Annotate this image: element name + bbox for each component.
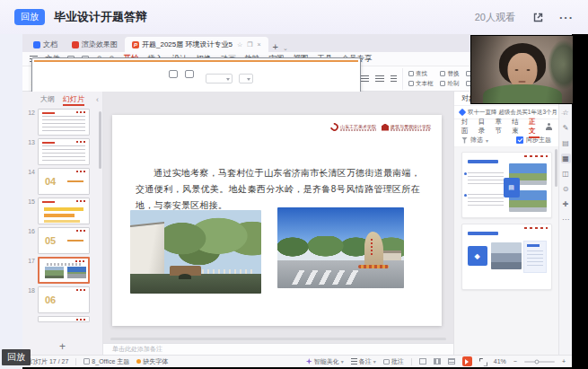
theme-indicator[interactable]: 8_Office 主题	[83, 357, 129, 366]
template-card-2[interactable]: ◆	[461, 224, 552, 290]
tab-home[interactable]: 文档	[26, 37, 65, 52]
align-right-icon[interactable]	[375, 75, 384, 82]
slide-thumb-12[interactable]: 12	[25, 109, 102, 136]
tab-ending[interactable]: 结束	[512, 118, 522, 136]
font-family-select[interactable]	[206, 74, 233, 83]
stone-bridge	[170, 266, 201, 275]
filter-caret-icon: ▾	[486, 137, 488, 144]
edit-icon[interactable]: ✎	[561, 123, 571, 133]
slide-thumb-18[interactable]: 18 06	[25, 286, 102, 313]
checkbox-checked-icon	[516, 136, 523, 144]
canal-water	[130, 274, 261, 294]
textbox-icon	[408, 81, 414, 86]
align-center-icon[interactable]	[361, 75, 369, 82]
replace-button[interactable]: 替换	[440, 70, 459, 78]
zoom-slider-knob[interactable]	[534, 359, 539, 364]
tab-chapter[interactable]: 章节	[496, 118, 506, 136]
templates-panel-icon[interactable]: ▦	[561, 154, 571, 163]
new-tab-button[interactable]: +	[268, 41, 283, 52]
slide-counter: 幻灯片 17 / 27	[29, 357, 68, 366]
share-icon[interactable]	[531, 11, 545, 24]
layout-icon	[169, 70, 178, 78]
replay-badge: 回放	[14, 9, 45, 25]
find-button[interactable]: 查找	[408, 70, 434, 78]
slide-thumb-17-selected[interactable]: 17	[25, 257, 102, 284]
template-list: ▤ ◆	[454, 147, 558, 355]
status-bar: 幻灯片 17 / 27 8_Office 主题 缺失字体 智能美化▾ 备注▾ 批…	[22, 355, 572, 367]
slideshow-play-button[interactable]	[462, 356, 472, 366]
tab-toc[interactable]: 目录	[478, 118, 489, 136]
line-spacing-icon[interactable]	[391, 75, 397, 82]
tab-star-icon[interactable]: ☆	[237, 41, 242, 48]
help-icon[interactable]: ⊙	[561, 184, 571, 194]
zoom-in-button[interactable]: +	[562, 358, 566, 365]
filter-button[interactable]: 筛选	[470, 136, 483, 145]
slide-thumb-16[interactable]: 16 05	[25, 227, 102, 254]
panel-scrollbar[interactable]	[555, 149, 557, 187]
slide-thumb-14[interactable]: 14 04	[25, 168, 102, 195]
tab-cover[interactable]: 封面	[461, 118, 472, 136]
presenter-webcam	[471, 36, 573, 103]
draw-button[interactable]: 绘制	[440, 80, 459, 88]
comments-button[interactable]: 批注	[383, 357, 404, 366]
thumbnail-scrollbar[interactable]	[99, 111, 101, 169]
pdf-file-icon	[72, 41, 79, 48]
tab-render-doc[interactable]: 渲染效果图	[65, 37, 125, 52]
font-size-select[interactable]	[239, 74, 253, 83]
thumbnail-panel-header: 大纲 幻灯片 ‹	[22, 92, 102, 107]
filter-icon	[461, 137, 468, 144]
find-icon	[408, 71, 414, 76]
fullscreen-icon[interactable]	[479, 358, 487, 365]
add-slide-button[interactable]: +	[22, 338, 102, 355]
tab-body-text[interactable]: 正文	[529, 118, 540, 136]
template-icon-tile: ◆	[468, 246, 487, 266]
outline-tab[interactable]: 大纲	[40, 94, 55, 104]
slide-paragraph[interactable]: 通过实地考察，马套村位于山东省济南市长清区万德街道最南端，交通便利，风景优美。地…	[136, 165, 420, 214]
theme-icon	[83, 358, 90, 365]
tab-float-icon[interactable]: ❐	[247, 41, 252, 48]
notes-button[interactable]: 备注▾	[351, 357, 376, 366]
add-panel-icon[interactable]: ✚	[561, 199, 571, 209]
comment-icon	[383, 359, 390, 365]
slide-thumb-13[interactable]: 13	[25, 138, 102, 165]
horizontal-scrollbar[interactable]	[110, 338, 446, 340]
university-logo: 山东工艺美术学院	[330, 123, 376, 131]
more-options-icon[interactable]: ···	[559, 11, 574, 24]
slides-tab[interactable]: 幻灯片	[63, 94, 84, 104]
street-photo[interactable]	[277, 207, 404, 288]
current-slide[interactable]: 山东工艺美术学院 建筑与景观设计学院 通过实地考察，马套村位于山东省济南市长清区…	[112, 115, 442, 326]
collapse-panel-icon[interactable]: ‹	[96, 95, 99, 104]
notes-panel-icon[interactable]: ▤	[561, 138, 571, 148]
viewer-count: 20人观看	[475, 11, 515, 24]
textbox-button[interactable]: 文本框	[408, 80, 434, 88]
video-player[interactable]: 文档 渲染效果图 P 开题_2025届 环境设计专业5 ☆ ❐ × + ⌄	[22, 34, 588, 369]
canal-photo[interactable]	[130, 210, 261, 294]
missing-font-warning[interactable]: 缺失字体	[136, 357, 168, 366]
draw-icon	[440, 81, 445, 86]
white-wall	[130, 222, 164, 277]
reading-view-icon[interactable]	[448, 358, 455, 365]
tab-active-presentation[interactable]: P 开题_2025届 环境设计专业5 ☆ ❐ ×	[125, 37, 268, 52]
new-slide-button[interactable]: 新建幻灯片	[132, 75, 162, 83]
normal-view-icon[interactable]	[419, 358, 426, 365]
layout-panel-icon[interactable]: ◫	[561, 169, 571, 179]
smart-beautify-button[interactable]: 智能美化▾	[306, 357, 344, 366]
slide-sorter-view-icon[interactable]	[434, 358, 441, 365]
designer-icon[interactable]	[546, 123, 551, 130]
template-blue-tile: ▤	[504, 178, 520, 198]
template-card-1[interactable]: ▤	[461, 152, 552, 218]
tab-list-caret-icon[interactable]: ⌄	[283, 45, 288, 52]
tab-close-icon[interactable]: ×	[257, 41, 260, 48]
gem-icon	[459, 109, 466, 116]
notes-bar[interactable]: 单击此处添加备注	[103, 343, 453, 355]
more-panels-icon[interactable]: ⋯	[561, 215, 571, 224]
zoom-out-button[interactable]: −	[513, 358, 517, 365]
slide-thumb-19-partial[interactable]	[25, 316, 102, 322]
trees	[148, 215, 261, 268]
zoom-level: 41%	[494, 358, 506, 365]
slide-thumb-15[interactable]: 15	[25, 198, 102, 224]
top-bar: 回放 毕业设计开题答辩 20人观看 ···	[0, 0, 588, 34]
zoom-slider[interactable]	[524, 361, 555, 363]
template-panel: 对象素材 双十一直降 超级会员买1年送3个月 → 封面 目录 章节 结束 正文	[453, 92, 558, 355]
promo-arrow-icon: →	[560, 110, 566, 116]
